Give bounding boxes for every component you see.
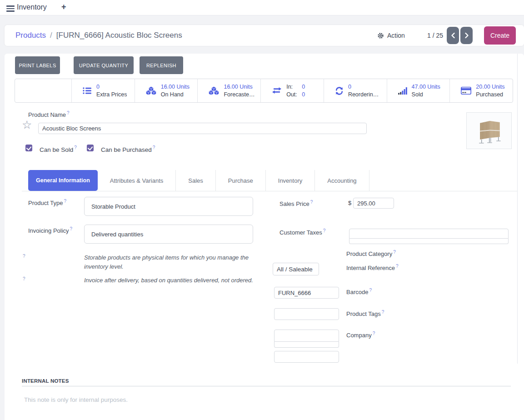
stat-label: Purchased <box>476 91 504 98</box>
breadcrumb-products-link[interactable]: Products <box>15 31 46 40</box>
help-marker[interactable]: ? <box>382 310 384 315</box>
out-value: 0 <box>302 91 305 98</box>
breadcrumb: Products / [FURN_6666] Acoustic Bloc Scr… <box>15 25 182 46</box>
cubes-icon <box>209 86 219 95</box>
internal-notes-placeholder[interactable]: This note is only for internal purposes. <box>24 396 128 403</box>
barcode-input[interactable] <box>274 308 339 320</box>
product-category-input[interactable] <box>273 263 319 275</box>
pager-counter: 1 / 25 <box>427 25 443 46</box>
product-type-select[interactable]: Storable Product <box>84 197 253 216</box>
internal-notes-title: INTERNAL NOTES <box>22 378 69 384</box>
app-name[interactable]: Inventory <box>17 3 47 11</box>
print-labels-button[interactable]: PRINT LABELS <box>15 56 60 74</box>
stat-sold[interactable]: 47.00 UnitsSold <box>387 79 450 102</box>
stat-button-box: 0Extra Prices 16.00 UnitsOn Hand <box>15 79 513 103</box>
hamburger-menu-icon[interactable] <box>6 5 15 13</box>
sales-price-label: Sales Price? <box>279 200 313 207</box>
invoicing-policy-select[interactable]: Delivered quantities <box>84 225 253 244</box>
stat-value: 47.00 Units <box>412 83 440 90</box>
help-marker[interactable]: ? <box>323 228 326 233</box>
help-marker[interactable]: ? <box>70 226 73 231</box>
stat-value: 16.00 Units <box>161 83 190 90</box>
stat-purchased[interactable]: 20.00 UnitsPurchased <box>449 79 513 102</box>
stat-value: 0 <box>96 83 127 90</box>
help-marker[interactable]: ? <box>310 200 313 205</box>
bar-chart-icon <box>398 87 407 95</box>
create-button[interactable]: Create <box>484 26 516 45</box>
cubes-icon <box>146 86 156 95</box>
stat-label: Sold <box>412 91 440 98</box>
tab-sales[interactable]: Sales <box>176 170 216 191</box>
company-label: Company? <box>346 331 375 339</box>
tabs-bottom-border <box>22 191 517 191</box>
top-navbar: Inventory + <box>0 0 524 15</box>
help-marker[interactable]: ? <box>23 254 25 259</box>
internal-notes-divider <box>22 386 511 386</box>
in-label: In: <box>286 83 302 90</box>
barcode-label: Barcode? <box>346 288 372 295</box>
page-title: [FURN_6666] Acoustic Bloc Screens <box>56 31 182 40</box>
stat-value: 16.00 Units <box>224 83 255 90</box>
help-marker[interactable]: ? <box>396 264 399 269</box>
stat-forecasted[interactable]: 16.00 UnitsForecaste… <box>197 79 260 102</box>
internal-reference-input[interactable] <box>274 287 339 299</box>
sheet-right-border <box>517 54 518 364</box>
product-image[interactable] <box>466 112 512 149</box>
can-be-sold-checkbox[interactable] <box>25 145 32 151</box>
tab-general-information[interactable]: General Information <box>28 170 98 191</box>
product-type-label: Product Type? <box>28 199 66 206</box>
product-name-input[interactable] <box>38 123 367 134</box>
add-tab-icon[interactable]: + <box>61 2 66 12</box>
internal-reference-label: Internal Reference? <box>346 264 399 271</box>
product-type-help-text: Storable products are physical items for… <box>84 253 256 271</box>
help-marker[interactable]: ? <box>67 110 70 115</box>
currency-symbol: $ <box>348 200 351 206</box>
stat-label: Reorderin… <box>348 91 379 98</box>
help-marker[interactable]: ? <box>74 145 77 150</box>
stat-label: Forecaste… <box>224 91 255 98</box>
stat-reordering-rules[interactable]: 0Reorderin… <box>324 79 387 102</box>
replenish-button[interactable]: REPLENISH <box>140 56 183 74</box>
acoustic-screen-image <box>467 113 511 148</box>
tab-accounting[interactable]: Accounting <box>315 170 369 191</box>
notebook-tabs: General Information Attributes & Variant… <box>28 170 369 191</box>
chevron-right-icon <box>464 32 469 39</box>
pager-next-button[interactable] <box>460 27 473 44</box>
company-input[interactable] <box>274 351 339 363</box>
sales-price-input[interactable] <box>353 198 394 209</box>
update-quantity-button[interactable]: UPDATE QUANTITY <box>74 56 134 74</box>
can-be-purchased-checkbox[interactable] <box>87 145 94 151</box>
can-be-sold-label: Can be Sold? <box>40 145 77 153</box>
stat-on-hand[interactable]: 16.00 UnitsOn Hand <box>135 79 198 102</box>
list-icon <box>83 87 92 95</box>
tab-attributes-variants[interactable]: Attributes & Variants <box>98 170 176 191</box>
customer-taxes-input[interactable] <box>349 229 509 244</box>
help-marker[interactable]: ? <box>153 145 155 150</box>
credit-card-icon <box>461 87 471 95</box>
favorite-star-icon[interactable]: ☆ <box>22 119 32 130</box>
out-label: Out: <box>286 91 302 98</box>
stat-value: 20.00 Units <box>476 83 504 90</box>
sync-icon <box>335 87 344 95</box>
product-tags-input[interactable] <box>274 330 339 348</box>
form-sheet: PRINT LABELS UPDATE QUANTITY REPLENISH 0… <box>5 54 524 420</box>
help-marker[interactable]: ? <box>369 288 372 293</box>
help-marker[interactable]: ? <box>393 250 396 255</box>
help-marker[interactable]: ? <box>64 199 66 204</box>
pager-previous-button[interactable] <box>447 27 459 44</box>
action-menu-button[interactable]: Action <box>377 25 405 46</box>
stat-in-out[interactable]: In:0 Out:0 <box>260 79 324 102</box>
help-marker[interactable]: ? <box>373 331 375 336</box>
tab-inventory[interactable]: Inventory <box>266 170 315 191</box>
in-value: 0 <box>302 84 305 90</box>
inventory-product-form-page: Inventory + Products / [FURN_6666] Acous… <box>0 0 524 420</box>
in-out-values: In:0 Out:0 <box>286 83 305 98</box>
chevron-left-icon <box>451 32 455 39</box>
exchange-arrows-icon <box>272 87 282 95</box>
tab-purchase[interactable]: Purchase <box>216 170 266 191</box>
breadcrumb-separator: / <box>50 31 52 40</box>
help-marker[interactable]: ? <box>23 276 25 281</box>
stat-label: Extra Prices <box>96 91 127 98</box>
product-name-label: Product Name? <box>28 110 70 118</box>
stat-extra-prices[interactable]: 0Extra Prices <box>71 79 135 102</box>
